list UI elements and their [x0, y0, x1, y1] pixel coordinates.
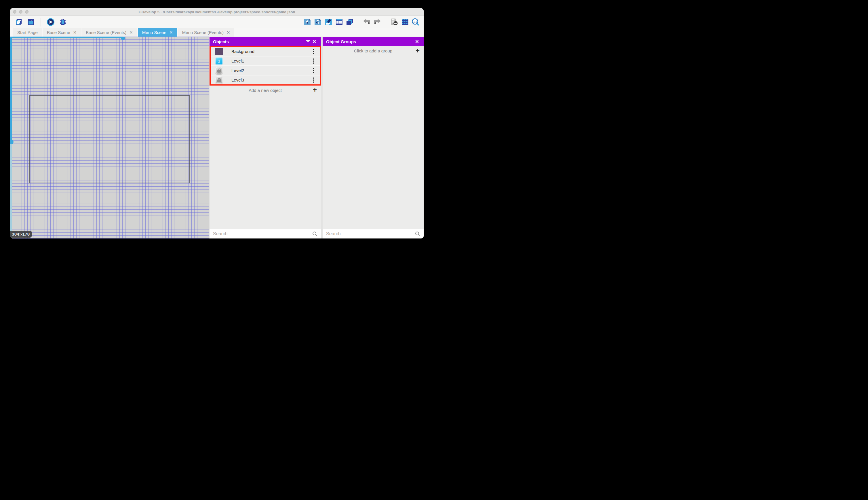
object-row-level3[interactable]: Level3 — [211, 76, 320, 84]
minimize-window-button[interactable] — [19, 10, 22, 13]
tutorial-highlight-box: Background 1 Level1 Level2 — [210, 46, 321, 86]
svg-text:1:1: 1:1 — [413, 21, 417, 23]
object-menu-icon[interactable] — [312, 48, 315, 55]
open-objects-panel-icon[interactable] — [303, 18, 311, 26]
scene-window-icon[interactable] — [27, 18, 35, 26]
filter-icon[interactable] — [305, 38, 311, 45]
close-icon[interactable]: ✕ — [414, 38, 420, 45]
tab-menu-scene-events[interactable]: Menu Scene (Events) ✕ — [178, 28, 235, 37]
open-instances-list-icon[interactable] — [335, 18, 343, 26]
close-icon[interactable]: ✕ — [226, 30, 230, 35]
selection-left-edge — [10, 37, 12, 143]
object-menu-icon[interactable] — [312, 67, 315, 74]
add-object-row[interactable]: Add a new object + — [210, 86, 321, 95]
object-row-level2[interactable]: Level2 — [211, 66, 320, 76]
close-icon[interactable]: ✕ — [129, 30, 133, 35]
purple-square-thumbnail — [215, 48, 223, 55]
object-row-background[interactable]: Background — [211, 47, 320, 56]
objects-search-input[interactable] — [212, 231, 312, 237]
selection-top-edge — [10, 37, 123, 38]
level-one-button-thumbnail: 1 — [215, 57, 223, 65]
toolbar-separator — [386, 18, 386, 26]
objects-search-bar — [210, 229, 321, 238]
close-icon[interactable]: ✕ — [73, 30, 77, 35]
close-icon[interactable]: ✕ — [311, 38, 317, 45]
cursor-coordinates-badge: 304;-178 — [10, 231, 32, 238]
window-title: GDevelop 5 - /Users/dkarakay/Documents/G… — [138, 10, 295, 14]
add-group-row[interactable]: Click to add a group + — [322, 46, 424, 56]
open-properties-panel-icon[interactable] — [324, 18, 332, 26]
close-window-button[interactable] — [13, 10, 16, 13]
object-name: Background — [231, 49, 312, 54]
tab-menu-scene[interactable]: Menu Scene ✕ — [138, 28, 177, 37]
add-group-button[interactable]: + — [415, 47, 420, 54]
title-bar: GDevelop 5 - /Users/dkarakay/Documents/G… — [10, 8, 424, 16]
groups-search-input[interactable] — [326, 231, 414, 237]
object-menu-icon[interactable] — [312, 58, 315, 65]
project-manager-icon[interactable] — [15, 18, 23, 26]
tab-base-scene-events[interactable]: Base Scene (Events) ✕ — [81, 28, 137, 37]
selection-left-edge-lower — [10, 143, 12, 238]
locked-button-thumbnail — [215, 76, 223, 84]
locked-button-thumbnail — [215, 67, 223, 74]
traffic-lights — [13, 10, 28, 13]
add-group-label: Click to add a group — [354, 48, 392, 53]
open-layers-panel-icon[interactable] — [345, 18, 354, 26]
toolbar-separator — [40, 18, 41, 26]
search-icon[interactable] — [414, 231, 421, 237]
redo-icon[interactable] — [373, 18, 381, 26]
objects-panel-title: Objects — [213, 39, 229, 44]
toolbar: 1:1 — [10, 16, 424, 28]
search-icon[interactable] — [312, 231, 318, 237]
launch-debugger-icon[interactable] — [59, 18, 67, 26]
add-object-label: Add a new object — [249, 88, 282, 93]
object-groups-panel-header: Object Groups ✕ — [322, 37, 424, 46]
add-object-button[interactable]: + — [313, 87, 317, 93]
maximize-window-button[interactable] — [25, 10, 28, 13]
open-object-groups-panel-icon[interactable] — [314, 18, 322, 26]
object-name: Level3 — [231, 78, 312, 82]
tab-start-page[interactable]: Start Page — [13, 28, 42, 37]
close-icon[interactable]: ✕ — [169, 30, 173, 35]
toggle-grid-icon[interactable] — [401, 18, 409, 26]
groups-search-bar — [322, 229, 424, 238]
launch-preview-icon[interactable] — [47, 18, 55, 26]
object-name: Level1 — [231, 58, 312, 64]
object-menu-icon[interactable] — [312, 77, 315, 83]
object-name: Level2 — [231, 68, 312, 73]
lock-icon — [217, 69, 221, 72]
objects-panel-header: Objects ✕ — [210, 37, 321, 46]
object-row-level1[interactable]: 1 Level1 — [211, 56, 320, 66]
scene-window-frame — [30, 95, 190, 183]
selection-handle-top[interactable] — [121, 37, 125, 40]
tab-bar: Start Page Base Scene ✕ Base Scene (Even… — [10, 28, 424, 37]
undo-icon[interactable] — [363, 18, 371, 26]
toggle-instances-mask-icon[interactable] — [390, 18, 398, 26]
app-window: GDevelop 5 - /Users/dkarakay/Documents/G… — [10, 8, 424, 238]
object-groups-panel: Object Groups ✕ Click to add a group + — [322, 37, 424, 238]
object-groups-panel-title: Object Groups — [326, 39, 356, 44]
objects-panel: Objects ✕ Background — [210, 37, 321, 238]
tab-base-scene[interactable]: Base Scene ✕ — [43, 28, 81, 37]
zoom-original-icon[interactable]: 1:1 — [412, 18, 420, 26]
scene-editor-canvas[interactable]: 304;-178 — [10, 37, 209, 238]
selection-handle-left[interactable] — [10, 139, 13, 144]
lock-icon — [217, 78, 221, 82]
